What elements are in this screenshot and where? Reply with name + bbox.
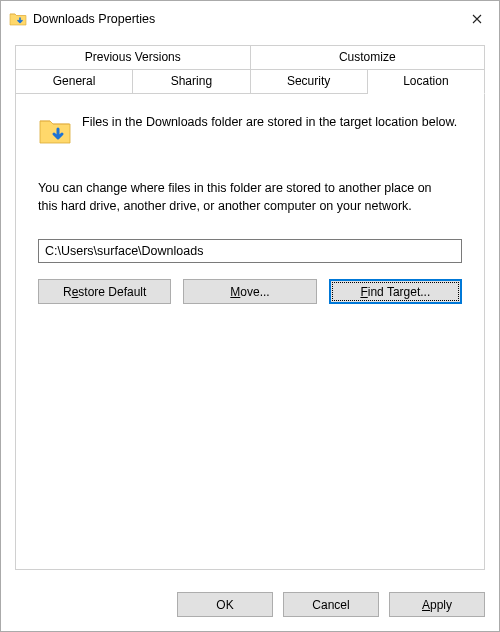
- window-title: Downloads Properties: [27, 12, 454, 26]
- location-panel: Files in the Downloads folder are stored…: [15, 94, 485, 570]
- tab-location[interactable]: Location: [368, 69, 485, 94]
- find-target-button[interactable]: Find Target...: [329, 279, 462, 304]
- move-button[interactable]: Move...: [183, 279, 316, 304]
- folder-download-icon: [9, 10, 27, 28]
- folder-download-icon: [38, 114, 72, 148]
- cancel-button[interactable]: Cancel: [283, 592, 379, 617]
- titlebar: Downloads Properties: [1, 1, 499, 37]
- tab-customize[interactable]: Customize: [251, 45, 486, 69]
- restore-default-button[interactable]: Restore Default: [38, 279, 171, 304]
- tab-security[interactable]: Security: [251, 69, 368, 94]
- tab-sharing[interactable]: Sharing: [133, 69, 250, 94]
- tab-strip: Previous Versions Customize General Shar…: [15, 45, 485, 94]
- tab-general[interactable]: General: [15, 69, 133, 94]
- ok-button[interactable]: OK: [177, 592, 273, 617]
- properties-dialog: Downloads Properties Previous Versions C…: [0, 0, 500, 632]
- description-2: You can change where files in this folde…: [38, 180, 448, 215]
- location-path-input[interactable]: [38, 239, 462, 263]
- dialog-button-row: OK Cancel Apply: [1, 582, 499, 631]
- description-1: Files in the Downloads folder are stored…: [82, 114, 457, 131]
- apply-button[interactable]: Apply: [389, 592, 485, 617]
- tab-previous-versions[interactable]: Previous Versions: [15, 45, 251, 69]
- close-button[interactable]: [454, 1, 499, 37]
